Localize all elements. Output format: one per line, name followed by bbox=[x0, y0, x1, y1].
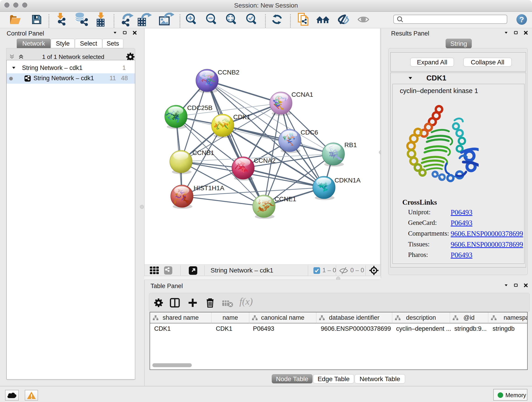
svg-text:CDKN1A: CDKN1A bbox=[335, 177, 361, 184]
svg-text:CDC25B: CDC25B bbox=[187, 104, 212, 111]
svg-text:RB1: RB1 bbox=[344, 141, 357, 148]
svg-text:CDK1: CDK1 bbox=[233, 114, 250, 121]
svg-text:HIST1H1A: HIST1H1A bbox=[194, 185, 224, 191]
svg-text:CCNB1: CCNB1 bbox=[192, 149, 214, 156]
svg-text:CDC6: CDC6 bbox=[301, 129, 318, 136]
svg-text:CCNA1: CCNA1 bbox=[291, 91, 313, 98]
svg-text:CCNE1: CCNE1 bbox=[274, 196, 296, 203]
svg-text:CCNB2: CCNB2 bbox=[218, 69, 239, 76]
svg-text:CCNA2: CCNA2 bbox=[254, 157, 276, 164]
